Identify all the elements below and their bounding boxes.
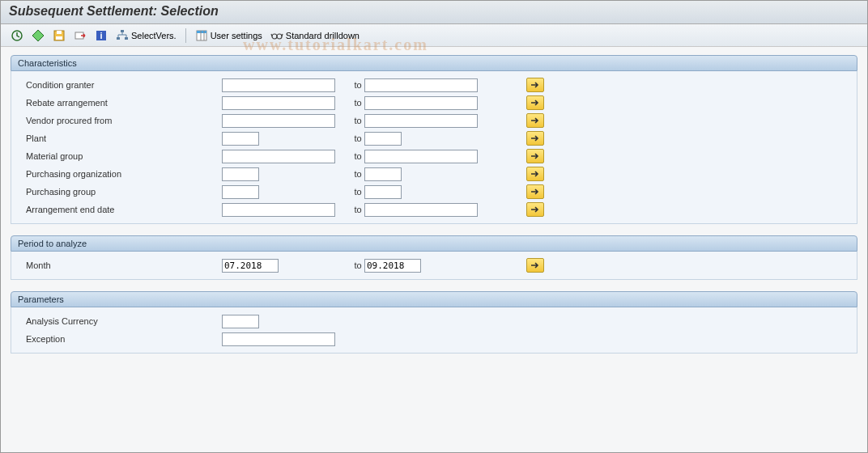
- to-label: to: [351, 169, 364, 179]
- toolbar: i SelectVers. User settings Standard dri…: [1, 24, 867, 47]
- row-vendor-procured-from: Vendor procured from to: [11, 112, 857, 129]
- multiple-selection-button[interactable]: [526, 95, 544, 110]
- input-condition-granter-from[interactable]: [222, 78, 335, 92]
- input-analysis-currency[interactable]: [222, 315, 259, 328]
- group-header-parameters: Parameters: [11, 291, 857, 307]
- arrow-right-icon: [530, 188, 540, 196]
- row-plant: Plant to: [11, 129, 857, 147]
- svg-point-15: [277, 34, 282, 39]
- label-analysis-currency: Analysis Currency: [23, 316, 222, 326]
- svg-rect-3: [56, 36, 62, 40]
- arrow-right-icon: [530, 152, 540, 160]
- to-label: to: [351, 98, 364, 108]
- row-exception: Exception: [11, 330, 857, 348]
- label-material-group: Material group: [23, 151, 222, 161]
- input-purchasing-org-from[interactable]: [222, 167, 259, 181]
- input-arrangement-end-date-to[interactable]: [364, 203, 478, 217]
- svg-rect-7: [121, 30, 124, 32]
- group-body-characteristics: Condition granter to Rebate arrangement …: [11, 71, 857, 224]
- multiple-selection-button[interactable]: [526, 131, 544, 146]
- label-month: Month: [23, 260, 222, 270]
- row-analysis-currency: Analysis Currency: [11, 312, 857, 330]
- group-parameters: Parameters Analysis Currency Exception: [11, 291, 857, 354]
- disk-icon: [53, 29, 66, 42]
- arrow-right-icon: [530, 116, 540, 125]
- label-condition-granter: Condition granter: [23, 80, 222, 90]
- arrow-right-icon: [530, 99, 540, 107]
- input-month-to[interactable]: [364, 259, 421, 273]
- multiple-selection-button[interactable]: [526, 78, 544, 92]
- svg-text:i: i: [100, 31, 102, 40]
- input-purchasing-group-from[interactable]: [222, 185, 259, 199]
- input-condition-granter-to[interactable]: [364, 78, 478, 92]
- label-rebate-arrangement: Rebate arrangement: [23, 98, 222, 108]
- table-settings-icon: [195, 29, 208, 42]
- toolbar-separator: [185, 28, 186, 43]
- standard-drilldown-label: Standard drilldown: [286, 31, 360, 40]
- svg-rect-11: [197, 31, 206, 33]
- input-material-group-from[interactable]: [222, 150, 335, 163]
- row-rebate-arrangement: Rebate arrangement to: [11, 94, 857, 112]
- row-purchasing-org: Purchasing organization to: [11, 165, 857, 183]
- multiple-selection-button[interactable]: [526, 113, 544, 128]
- row-purchasing-group: Purchasing group to: [11, 183, 857, 201]
- input-vendor-procured-from-from[interactable]: [222, 114, 335, 128]
- user-settings-button[interactable]: User settings: [192, 28, 266, 44]
- to-label: to: [351, 260, 364, 270]
- clock-run-icon: [11, 29, 23, 42]
- multiple-selection-button[interactable]: [526, 258, 544, 273]
- input-rebate-arrangement-from[interactable]: [222, 96, 335, 110]
- multiple-selection-button[interactable]: [526, 167, 544, 181]
- group-body-period: Month to: [11, 252, 857, 280]
- input-plant-from[interactable]: [222, 132, 259, 146]
- multiple-selection-button[interactable]: [526, 149, 544, 163]
- input-month-from[interactable]: [222, 259, 279, 273]
- group-header-period: Period to analyze: [11, 235, 857, 252]
- arrow-right-icon: [530, 205, 540, 214]
- arrow-right-icon: [530, 134, 540, 142]
- select-vers-button[interactable]: SelectVers.: [113, 28, 180, 44]
- info-icon: i: [95, 29, 108, 42]
- row-material-group: Material group to: [11, 147, 857, 165]
- to-label: to: [351, 116, 364, 125]
- to-label: to: [351, 205, 364, 214]
- label-plant: Plant: [23, 133, 222, 143]
- multiple-selection-button[interactable]: [526, 184, 544, 199]
- input-purchasing-org-to[interactable]: [364, 167, 402, 181]
- glasses-icon: [270, 29, 283, 42]
- to-label: to: [351, 80, 364, 90]
- multiple-selection-button[interactable]: [526, 202, 544, 217]
- row-condition-granter: Condition granter to: [11, 76, 857, 94]
- variant-button[interactable]: [28, 28, 48, 44]
- group-characteristics: Characteristics Condition granter to Reb…: [11, 55, 857, 224]
- standard-drilldown-button[interactable]: Standard drilldown: [267, 28, 363, 44]
- folder-arrow-icon: [74, 29, 87, 42]
- user-settings-label: User settings: [211, 31, 262, 40]
- input-arrangement-end-date-from[interactable]: [222, 203, 335, 217]
- input-exception[interactable]: [222, 332, 335, 346]
- label-purchasing-group: Purchasing group: [23, 187, 222, 197]
- svg-rect-9: [125, 37, 128, 40]
- diamond-icon: [32, 29, 45, 42]
- label-purchasing-org: Purchasing organization: [23, 169, 222, 179]
- input-purchasing-group-to[interactable]: [364, 185, 402, 199]
- execute-button[interactable]: [7, 28, 27, 44]
- svg-rect-2: [57, 31, 62, 34]
- label-arrangement-end-date: Arrangement end date: [23, 205, 222, 214]
- info-button[interactable]: i: [91, 28, 111, 44]
- svg-rect-8: [117, 37, 120, 40]
- arrow-right-icon: [530, 261, 540, 269]
- save-button[interactable]: [49, 28, 69, 44]
- to-label: to: [351, 151, 364, 161]
- input-rebate-arrangement-to[interactable]: [364, 96, 478, 110]
- label-exception: Exception: [23, 334, 222, 344]
- label-vendor-procured-from: Vendor procured from: [23, 116, 222, 125]
- input-vendor-procured-from-to[interactable]: [364, 114, 478, 128]
- row-month: Month to: [11, 256, 857, 274]
- group-period: Period to analyze Month to: [11, 235, 857, 280]
- input-material-group-to[interactable]: [364, 150, 478, 163]
- goto-button[interactable]: [70, 28, 90, 44]
- arrow-right-icon: [530, 81, 540, 89]
- input-plant-to[interactable]: [364, 132, 402, 146]
- arrow-right-icon: [530, 170, 540, 178]
